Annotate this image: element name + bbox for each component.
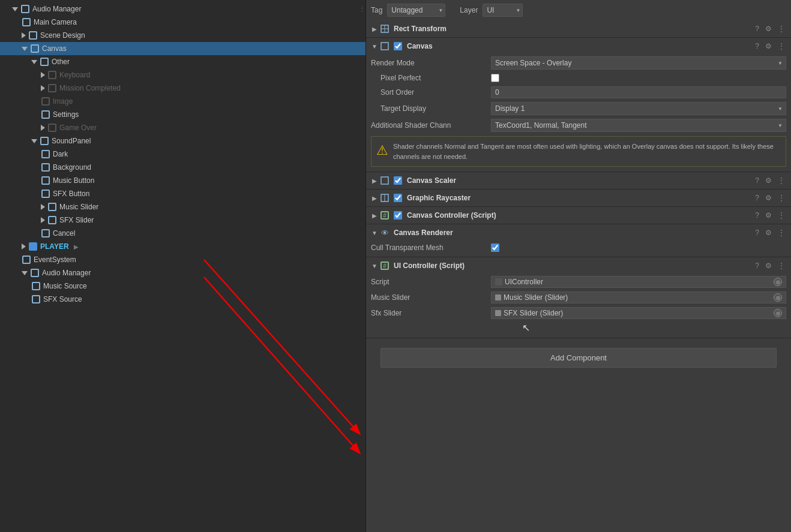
cube-icon	[47, 70, 57, 80]
ui-controller-header[interactable]: ▼ # UI Controller (Script) ? ⚙ ⋮	[366, 257, 791, 274]
rect-help-btn[interactable]: ?	[754, 25, 760, 33]
tag-dropdown-wrapper[interactable]: Untagged Player MainCamera	[387, 4, 445, 17]
tree-label: Cancel	[53, 229, 75, 238]
tree-item-sfx-slider[interactable]: SFX Slider	[0, 214, 365, 227]
tree-item-music-source[interactable]: Music Source	[0, 279, 365, 293]
collapse-icon	[41, 85, 45, 91]
rect-more-btn[interactable]: ⋮	[777, 25, 786, 33]
target-display-dropdown-wrapper[interactable]: Display 1 Display 2 Display 3	[491, 102, 786, 115]
expand-toggle-canvas[interactable]: ▼	[371, 43, 378, 50]
renderer-settings-btn[interactable]: ⚙	[764, 229, 773, 237]
canvas-settings-btn[interactable]: ⚙	[764, 42, 773, 50]
renderer-more-btn[interactable]: ⋮	[777, 229, 786, 237]
tree-item-scene-design[interactable]: Scene Design	[0, 29, 365, 42]
tree-item-cancel[interactable]: Cancel	[0, 227, 365, 240]
canvas-scaler-header[interactable]: ▶ Canvas Scaler ? ⚙ ⋮	[366, 172, 791, 189]
tree-item-mission-completed[interactable]: Mission Completed	[0, 82, 365, 95]
canvas-more-btn[interactable]: ⋮	[777, 42, 786, 50]
canvas-controller-title: Canvas Controller (Script)	[407, 211, 496, 220]
expand-toggle-rect[interactable]: ▶	[371, 26, 378, 32]
render-mode-label: Render Mode	[371, 59, 491, 67]
ui-controller-settings-btn[interactable]: ⚙	[764, 262, 773, 270]
expand-toggle-renderer[interactable]: ▼	[371, 230, 378, 236]
tree-item-game-over[interactable]: Game Over	[0, 121, 365, 134]
raycaster-more-btn[interactable]: ⋮	[777, 194, 786, 202]
svg-rect-7	[381, 177, 388, 184]
tree-item-music-button[interactable]: Music Button	[0, 174, 365, 187]
tree-label: Audio Manager	[32, 5, 81, 13]
cube-icon	[31, 294, 41, 304]
tag-dropdown[interactable]: Untagged Player MainCamera	[387, 4, 445, 17]
shader-channels-dropdown[interactable]: TexCoord1, Normal, Tangent Nothing TexCo…	[491, 119, 786, 132]
rect-transform-section: ▶ Rect Transform ? ⚙ ⋮	[366, 20, 791, 38]
tree-item-dark[interactable]: Dark	[0, 148, 365, 161]
canvas-renderer-header[interactable]: ▼ 👁 Canvas Renderer ? ⚙ ⋮	[366, 224, 791, 241]
tree-view: Audio Manager ⋮ Main Camera Scene Design…	[0, 0, 365, 532]
collapse-icon	[41, 125, 45, 131]
tree-item-sound-panel[interactable]: SoundPanel	[0, 134, 365, 148]
ui-controller-more-btn[interactable]: ⋮	[777, 262, 786, 270]
canvas-scaler-checkbox[interactable]	[394, 176, 402, 185]
expand-toggle-scaler[interactable]: ▶	[371, 178, 378, 184]
tree-item-background[interactable]: Background	[0, 161, 365, 174]
tree-item-other[interactable]: Other	[0, 55, 365, 68]
more-btn[interactable]: ⋮	[359, 5, 365, 13]
layer-dropdown[interactable]: UI Default	[483, 4, 523, 17]
cull-transparent-row: Cull Transparent Mesh	[366, 241, 791, 254]
raycaster-checkbox[interactable]	[394, 194, 402, 202]
layer-dropdown-wrapper[interactable]: UI Default	[483, 4, 523, 17]
scaler-settings-btn[interactable]: ⚙	[764, 176, 773, 185]
shader-channels-dropdown-wrapper[interactable]: TexCoord1, Normal, Tangent Nothing TexCo…	[491, 119, 786, 132]
canvas-section: ▼ Canvas ? ⚙ ⋮ Render Mode Screen Space …	[366, 38, 791, 172]
music-slider-row: Music Slider Music Slider (Slider) ◎	[366, 290, 791, 305]
tree-item-music-slider[interactable]: Music Slider	[0, 200, 365, 214]
expand-toggle-controller[interactable]: ▶	[371, 212, 378, 219]
raycaster-help-btn[interactable]: ?	[754, 194, 760, 202]
tree-item-main-camera[interactable]: Main Camera	[0, 16, 365, 29]
expand-icon	[22, 47, 28, 51]
canvas-help-btn[interactable]: ?	[754, 42, 760, 50]
pixel-perfect-checkbox[interactable]	[491, 74, 499, 82]
expand-toggle-raycaster[interactable]: ▶	[371, 195, 378, 202]
inspector-panel: Tag Untagged Player MainCamera Layer UI …	[366, 0, 791, 532]
controller-more-btn[interactable]: ⋮	[777, 211, 786, 220]
graphic-raycaster-header[interactable]: ▶ Graphic Raycaster ? ⚙ ⋮	[366, 190, 791, 206]
tree-item-keyboard[interactable]: Keyboard	[0, 68, 365, 82]
expand-icon	[12, 7, 18, 11]
music-slider-ref: Music Slider (Slider) ◎	[491, 291, 786, 303]
controller-help-btn[interactable]: ?	[754, 211, 760, 220]
canvas-icon	[380, 42, 389, 50]
tree-item-player[interactable]: PLAYER ▶	[0, 240, 365, 253]
canvas-header[interactable]: ▼ Canvas ? ⚙ ⋮	[366, 38, 791, 55]
tree-item-audio-manager[interactable]: Audio Manager ⋮	[0, 2, 365, 16]
sfx-slider-target-btn[interactable]: ◎	[774, 309, 782, 317]
canvas-controller-checkbox[interactable]	[394, 211, 402, 220]
music-slider-target-btn[interactable]: ◎	[774, 293, 782, 302]
tree-item-event-system[interactable]: EventSystem	[0, 253, 365, 266]
collapse-icon	[22, 32, 26, 38]
tree-item-image[interactable]: Image	[0, 95, 365, 108]
tree-item-sfx-button[interactable]: SFX Button	[0, 187, 365, 200]
scaler-more-btn[interactable]: ⋮	[777, 176, 786, 185]
script-target-btn[interactable]: ◎	[774, 278, 782, 286]
scaler-help-btn[interactable]: ?	[754, 176, 760, 185]
canvas-controller-header[interactable]: ▶ # Canvas Controller (Script) ? ⚙ ⋮	[366, 207, 791, 224]
rect-settings-btn[interactable]: ⚙	[764, 25, 773, 33]
ui-controller-help-btn[interactable]: ?	[754, 262, 760, 270]
expand-toggle-ui-controller[interactable]: ▼	[371, 263, 378, 269]
controller-settings-btn[interactable]: ⚙	[764, 211, 773, 220]
tree-item-settings[interactable]: Settings	[0, 108, 365, 121]
sort-order-input[interactable]	[491, 86, 786, 98]
add-component-button[interactable]: Add Component	[380, 348, 777, 368]
rect-transform-header[interactable]: ▶ Rect Transform ? ⚙ ⋮	[366, 20, 791, 37]
render-mode-dropdown[interactable]: Screen Space - Overlay Screen Space - Ca…	[491, 56, 786, 70]
canvas-enabled-checkbox[interactable]	[394, 42, 402, 50]
cull-transparent-checkbox[interactable]	[491, 244, 499, 252]
renderer-help-btn[interactable]: ?	[754, 229, 760, 237]
raycaster-settings-btn[interactable]: ⚙	[764, 194, 773, 202]
tree-item-sfx-source[interactable]: SFX Source	[0, 293, 365, 306]
target-display-dropdown[interactable]: Display 1 Display 2 Display 3	[491, 102, 786, 115]
tree-item-canvas[interactable]: Canvas	[0, 42, 365, 55]
render-mode-dropdown-wrapper[interactable]: Screen Space - Overlay Screen Space - Ca…	[491, 56, 786, 70]
tree-item-audio-manager2[interactable]: Audio Manager	[0, 266, 365, 279]
